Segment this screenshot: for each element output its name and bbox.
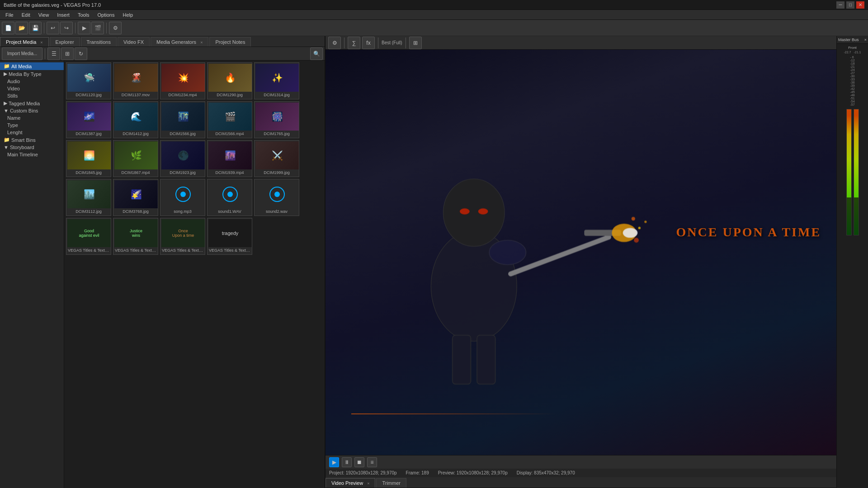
tab-project-media[interactable]: Project Media × <box>0 37 49 47</box>
preview-fx-button[interactable]: fx <box>362 37 375 49</box>
tab-project-media-close[interactable]: × <box>40 40 42 45</box>
tree-audio[interactable]: Audio <box>0 78 64 85</box>
master-bus-close[interactable]: × <box>864 38 867 42</box>
folder-icon: 📁 <box>4 63 10 69</box>
play-preview-button[interactable]: ▶ <box>329 457 339 467</box>
preview-overlay-text: Once Upon a Time <box>676 224 821 240</box>
tab-media-generators-close[interactable]: × <box>200 40 203 45</box>
render-button[interactable]: 🎬 <box>91 22 104 34</box>
tree-media-by-type[interactable]: ▶ Media By Type <box>0 70 64 78</box>
list-item[interactable]: 🌠 DCIM3768.jpg <box>113 179 158 216</box>
preview-sep <box>344 38 344 48</box>
tab-video-preview-close[interactable]: × <box>367 481 369 486</box>
tab-explorer[interactable]: Explorer <box>50 37 80 47</box>
tab-project-notes[interactable]: Project Notes <box>209 37 251 47</box>
menu-edit[interactable]: Edit <box>18 11 34 19</box>
preview-calc-button[interactable]: ∑ <box>348 37 360 49</box>
menu-help[interactable]: Help <box>119 11 137 19</box>
tab-transitions[interactable]: Transitions <box>81 37 117 47</box>
right-meter-mask <box>854 197 859 235</box>
master-bus-panel: Master Bus × Front -22.7 -21.1 - 6 -12 -… <box>836 36 868 488</box>
media-search-button[interactable]: 🔍 <box>310 47 323 60</box>
list-item[interactable]: Goodagainst evil VEGAS Titles & Text Goo… <box>66 218 111 255</box>
menu-options[interactable]: Options <box>94 11 118 19</box>
list-item[interactable]: 🌑 DCIM1923.jpg <box>160 140 205 177</box>
preview-settings-button[interactable]: ⚙ <box>328 37 341 49</box>
settings-button[interactable]: ⚙ <box>109 22 122 34</box>
tree-length-bin[interactable]: Lenght <box>0 129 64 136</box>
new-project-button[interactable]: 📄 <box>2 22 14 34</box>
preview-area[interactable]: Once Upon a Time <box>326 50 836 455</box>
front-label: Front <box>848 46 857 50</box>
tree-video[interactable]: Video <box>0 85 64 92</box>
list-item[interactable]: 🛸 DCIM1120.jpg <box>66 62 111 99</box>
list-item[interactable]: 🌿 DCIM1867.mp4 <box>113 140 158 177</box>
right-panel: ⚙ ∑ fx Best (Full) ⊞ <box>326 36 836 488</box>
minimize-button[interactable]: ─ <box>836 1 844 9</box>
preview-toolbar: ⚙ ∑ fx Best (Full) ⊞ <box>326 36 836 50</box>
list-item[interactable]: sound1.WAV <box>207 179 252 216</box>
tab-video-fx[interactable]: Video FX <box>118 37 150 47</box>
menu-tools[interactable]: Tools <box>74 11 93 19</box>
list-item[interactable]: 🌌 DCIM1387.jpg <box>66 101 111 138</box>
list-item[interactable]: ⚔️ DCIM1999.jpg <box>254 140 299 177</box>
tab-trimmer[interactable]: Trimmer <box>376 478 406 488</box>
preview-sep3 <box>406 38 406 48</box>
tree-type-bin[interactable]: Type <box>0 122 64 129</box>
list-item[interactable]: sound2.wav <box>254 179 299 216</box>
stop-preview-button[interactable]: ⏹ <box>354 457 364 467</box>
import-media-button[interactable]: Import Media... <box>2 47 42 60</box>
tree-name-bin[interactable]: Name <box>0 114 64 122</box>
list-item[interactable]: 🏙️ DCIM3112.jpg <box>66 179 111 216</box>
loop-preview-button[interactable]: ≡ <box>367 457 377 467</box>
list-item[interactable]: song.mp3 <box>160 179 205 216</box>
tree-stills[interactable]: Stills <box>0 92 64 99</box>
list-item[interactable]: Justicewins VEGAS Titles & Text Justice … <box>113 218 158 255</box>
list-item[interactable]: 🎆 DCIM1765.jpg <box>254 101 299 138</box>
svg-point-18 <box>489 240 526 264</box>
maximize-button[interactable]: □ <box>846 1 854 9</box>
open-button[interactable]: 📂 <box>15 22 28 34</box>
menu-file[interactable]: File <box>2 11 17 19</box>
toolbar-separator-3 <box>106 23 107 33</box>
tree-main-timeline[interactable]: Main Timeline <box>0 151 64 158</box>
list-item[interactable]: OnceUpon a time VEGAS Titles & Text Once… <box>160 218 205 255</box>
tree-tagged-media[interactable]: ▶ Tagged Media <box>0 99 64 107</box>
play-button[interactable]: ▶ <box>78 22 90 34</box>
view-thumb-button[interactable]: ⊞ <box>61 47 74 60</box>
list-item[interactable]: tragedy VEGAS Titles & Text tragedy <box>207 218 252 255</box>
tree-custom-bins[interactable]: ▼ Custom Bins <box>0 107 64 114</box>
media-refresh-button[interactable]: ↻ <box>75 47 87 60</box>
tab-media-generators[interactable]: Media Generators × <box>151 37 208 47</box>
left-meter-mask <box>847 197 851 235</box>
media-grid: 🛸 DCIM1120.jpg 🌋 DCIM1137.mov 💥 DCIM1234… <box>64 61 325 488</box>
media-toolbar-sep <box>45 48 45 59</box>
decorative-line <box>351 413 556 414</box>
list-item[interactable]: 🌅 DCIM1845.jpg <box>66 140 111 177</box>
menu-insert[interactable]: Insert <box>53 11 73 19</box>
list-item[interactable]: 🌊 DCIM1412.jpg <box>113 101 158 138</box>
tree-storyboard[interactable]: ▼ Storyboard <box>0 144 64 151</box>
tab-video-preview[interactable]: Video Preview × <box>326 478 375 488</box>
preview-quality-label: Best (Full) <box>382 40 402 45</box>
menu-view[interactable]: View <box>35 11 53 19</box>
view-list-button[interactable]: ☰ <box>47 47 60 60</box>
list-item[interactable]: 🌃 DCIM1566.jpg <box>160 101 205 138</box>
undo-button[interactable]: ↩ <box>47 22 59 34</box>
save-button[interactable]: 💾 <box>29 22 42 34</box>
list-item[interactable]: 🎬 DCIM1566.mp4 <box>207 101 252 138</box>
pause-preview-button[interactable]: ⏸ <box>342 457 352 467</box>
redo-button[interactable]: ↪ <box>60 22 73 34</box>
list-item[interactable]: 💥 DCIM1234.mp4 <box>160 62 205 99</box>
right-meter <box>854 109 859 235</box>
preview-tabs: Video Preview × Trimmer <box>326 477 836 488</box>
tree-smart-bins[interactable]: 📁 Smart Bins <box>0 136 64 144</box>
close-button[interactable]: ✕ <box>856 1 864 9</box>
toolbar-separator-1 <box>44 23 44 33</box>
list-item[interactable]: ✨ DCIM1314.jpg <box>254 62 299 99</box>
list-item[interactable]: 🌋 DCIM1137.mov <box>113 62 158 99</box>
tree-all-media[interactable]: 📁 All Media <box>0 62 64 70</box>
list-item[interactable]: 🔥 DCIM1290.jpg <box>207 62 252 99</box>
preview-grid-button[interactable]: ⊞ <box>409 37 422 49</box>
list-item[interactable]: 🌆 DCIM1939.mp4 <box>207 140 252 177</box>
